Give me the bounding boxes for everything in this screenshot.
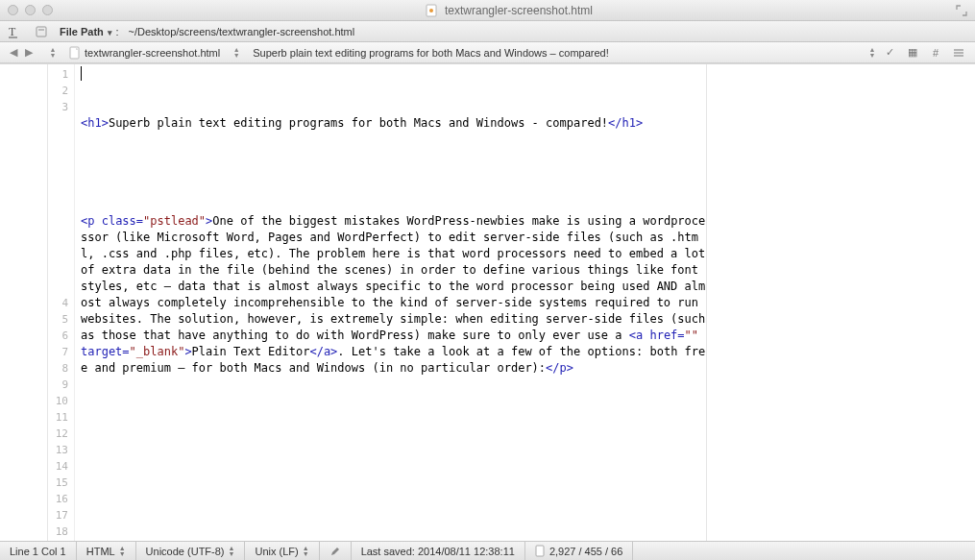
- text-cursor: [81, 66, 82, 81]
- text-tool-icon[interactable]: T: [6, 24, 23, 39]
- window-titlebar: textwrangler-screenshot.html: [0, 0, 975, 21]
- status-line-endings[interactable]: Unix (LF)▲▼: [245, 542, 319, 560]
- file-stepper[interactable]: ▲▼: [46, 47, 60, 59]
- line-number: 6: [48, 328, 74, 344]
- line-number: 16: [48, 491, 74, 507]
- svg-point-1: [429, 9, 433, 12]
- window-title-text: textwrangler-screenshot.html: [445, 4, 593, 17]
- symbol-crumb[interactable]: Superb plain text editing programs for b…: [247, 44, 862, 61]
- traffic-lights: [8, 5, 53, 15]
- check-icon[interactable]: ✓: [883, 46, 896, 60]
- symbol-crumb-label: Superb plain text editing programs for b…: [253, 47, 609, 59]
- status-edit-indicator: [320, 542, 352, 560]
- hash-icon[interactable]: #: [929, 46, 942, 60]
- line-number: 4: [48, 295, 74, 311]
- line-number: 13: [48, 442, 74, 458]
- document-icon: [535, 545, 546, 557]
- file-path-toolbar: T File Path ▾ : ~/Desktop/screens/textwr…: [0, 21, 975, 42]
- status-counts: 2,927 / 455 / 66: [525, 542, 633, 560]
- file-crumb[interactable]: textwrangler-screenshot.html: [63, 44, 226, 61]
- code-editor[interactable]: <h1>Superb plain text editing programs f…: [75, 64, 706, 541]
- tabbar-right-icons: ✓ ▦ #: [883, 46, 969, 60]
- line-number: 11: [48, 409, 74, 426]
- status-cursor-position: Line 1 Col 1: [0, 542, 77, 560]
- line-number: 15: [48, 475, 74, 491]
- zoom-window-button[interactable]: [42, 5, 53, 15]
- html-file-icon: [426, 4, 439, 17]
- nav-back-button[interactable]: ◀: [6, 45, 21, 61]
- editor-area: 1 2 3 4 5 6 7 8 9 10 11 12 13 14 15 16 1…: [0, 63, 975, 541]
- line-number: 17: [48, 507, 74, 523]
- line-number: 9: [48, 377, 74, 393]
- expand-icon[interactable]: [956, 5, 967, 16]
- line-number: 7: [48, 344, 74, 360]
- line-number: 3: [48, 99, 74, 295]
- minimize-window-button[interactable]: [25, 5, 36, 15]
- line-number: 10: [48, 393, 74, 409]
- status-language[interactable]: HTML▲▼: [77, 542, 136, 560]
- menu-icon[interactable]: [952, 46, 965, 60]
- line-number: 18: [48, 523, 74, 540]
- line-number: 2: [48, 83, 74, 99]
- status-bar: Line 1 Col 1 HTML▲▼ Unicode (UTF-8)▲▼ Un…: [0, 541, 975, 560]
- navigation-bar: ◀ ▶ ▲▼ textwrangler-screenshot.html ▲▼ S…: [0, 42, 975, 63]
- close-window-button[interactable]: [8, 5, 18, 15]
- svg-rect-4: [37, 27, 46, 37]
- file-path-label[interactable]: File Path ▾ :: [60, 26, 118, 37]
- pencil-icon: [329, 546, 341, 557]
- svg-text:T: T: [9, 25, 16, 38]
- symbol-stepper[interactable]: ▲▼: [230, 47, 243, 59]
- status-encoding[interactable]: Unicode (UTF-8)▲▼: [136, 542, 246, 560]
- file-path-value: ~/Desktop/screens/textwrangler-screensho…: [128, 26, 354, 37]
- file-crumb-label: textwrangler-screenshot.html: [85, 47, 220, 59]
- nav-forward-button[interactable]: ▶: [21, 45, 37, 61]
- document-drawer-icon[interactable]: [33, 24, 50, 39]
- line-number: 14: [48, 458, 74, 475]
- right-pane: [706, 64, 975, 541]
- line-number: 12: [48, 426, 74, 442]
- document-icon: [69, 46, 81, 60]
- line-number: 5: [48, 311, 74, 328]
- grid-icon[interactable]: ▦: [906, 46, 919, 60]
- line-number-gutter: 1 2 3 4 5 6 7 8 9 10 11 12 13 14 15 16 1…: [48, 64, 75, 541]
- status-last-saved: Last saved: 2014/08/11 12:38:11: [352, 542, 525, 560]
- window-title: textwrangler-screenshot.html: [62, 4, 956, 17]
- line-number: 1: [48, 66, 74, 83]
- line-number: 8: [48, 360, 74, 377]
- svg-rect-5: [38, 29, 44, 31]
- svg-rect-10: [536, 546, 544, 556]
- chevron-down-icon: ▾: [106, 28, 113, 37]
- fold-gutter: [0, 64, 48, 541]
- section-stepper[interactable]: ▲▼: [865, 47, 879, 59]
